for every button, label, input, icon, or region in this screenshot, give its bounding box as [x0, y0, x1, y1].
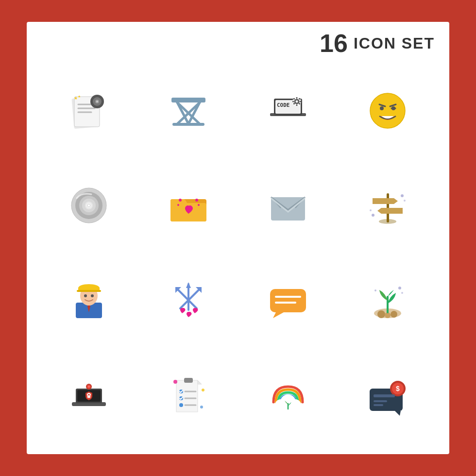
- svg-point-37: [380, 106, 384, 110]
- folding-table-icon: [167, 89, 210, 133]
- sprout-icon: [366, 278, 409, 322]
- icon-cell-cloud-rainbow: [240, 350, 335, 440]
- svg-point-91: [88, 386, 90, 388]
- svg-rect-27: [292, 101, 294, 102]
- svg-rect-66: [77, 290, 101, 292]
- icon-cell-music-book: ★ ★: [41, 66, 136, 155]
- svg-text:★: ★: [78, 95, 81, 98]
- svg-rect-17: [172, 123, 204, 126]
- svg-point-52: [198, 204, 200, 206]
- chat-bubble-icon: [266, 278, 310, 322]
- svg-point-57: [404, 200, 406, 202]
- icon-cell-cd-disc: [41, 160, 136, 250]
- svg-point-58: [372, 214, 374, 217]
- icon-cell-folding-table: [141, 66, 236, 155]
- checklist-icon: [167, 373, 210, 417]
- main-card: 16 ICON SET ★ ★: [27, 22, 449, 454]
- cd-disc-icon: [67, 184, 111, 227]
- icon-cell-money-chat: $: [340, 350, 435, 440]
- svg-point-100: [200, 406, 203, 408]
- love-arrows-icon: [167, 278, 210, 322]
- svg-rect-88: [87, 395, 90, 398]
- icon-cell-security-laptop: [41, 350, 136, 440]
- icon-cell-love-folder: [141, 160, 236, 250]
- svg-rect-25: [296, 97, 297, 99]
- svg-rect-28: [300, 101, 301, 102]
- svg-point-68: [91, 294, 94, 297]
- svg-point-81: [391, 311, 397, 318]
- icon-cell-chat-bubble: [240, 255, 335, 345]
- svg-rect-112: [374, 404, 383, 406]
- music-book-icon: ★ ★: [67, 89, 111, 133]
- cloud-rainbow-icon: [266, 373, 310, 417]
- svg-point-50: [195, 199, 198, 202]
- svg-line-71: [177, 289, 197, 308]
- svg-rect-110: [374, 394, 395, 397]
- icon-cell-checklist: [141, 350, 236, 440]
- svg-rect-111: [374, 400, 387, 402]
- svg-point-55: [379, 219, 396, 224]
- svg-point-83: [401, 292, 403, 294]
- svg-point-79: [377, 310, 385, 318]
- emoji-wink-icon: [366, 89, 409, 133]
- svg-marker-70: [186, 282, 191, 288]
- svg-text:★: ★: [74, 96, 78, 101]
- svg-point-82: [398, 287, 401, 289]
- header: 16 ICON SET: [27, 22, 449, 61]
- love-folder-icon: [167, 184, 210, 227]
- icon-cell-engineer: [41, 255, 136, 345]
- code-settings-icon: CODE: [266, 89, 310, 133]
- svg-rect-75: [270, 289, 306, 312]
- svg-text:$: $: [396, 385, 400, 392]
- icon-cell-love-arrows: [141, 255, 236, 345]
- svg-point-9: [96, 101, 98, 102]
- icon-cell-emoji-wink: [340, 66, 435, 155]
- svg-point-99: [173, 380, 177, 384]
- signpost-icon: [366, 184, 409, 227]
- svg-point-56: [401, 194, 404, 197]
- page-title: ICON SET: [354, 34, 435, 52]
- icon-count: 16: [320, 31, 348, 56]
- icon-cell-mail-envelope: [240, 160, 335, 250]
- svg-point-51: [177, 204, 179, 206]
- svg-point-67: [84, 294, 87, 297]
- svg-text:CODE: CODE: [277, 102, 290, 108]
- svg-point-59: [370, 209, 372, 211]
- svg-point-24: [295, 100, 298, 102]
- svg-point-101: [202, 389, 204, 391]
- icon-cell-sprout: [340, 255, 435, 345]
- icon-cell-signpost: [340, 160, 435, 250]
- svg-point-84: [374, 289, 376, 291]
- svg-point-95: [179, 403, 183, 407]
- money-chat-icon: $: [366, 373, 409, 417]
- svg-rect-92: [184, 378, 193, 383]
- security-laptop-icon: [67, 373, 111, 417]
- engineer-icon: [67, 278, 111, 322]
- svg-line-73: [180, 289, 200, 308]
- icon-cell-code-settings: CODE: [240, 66, 335, 155]
- svg-point-49: [179, 199, 182, 202]
- mail-envelope-icon: [266, 184, 310, 227]
- svg-rect-26: [296, 104, 297, 106]
- svg-point-47: [87, 204, 90, 207]
- icon-grid: ★ ★: [27, 61, 449, 454]
